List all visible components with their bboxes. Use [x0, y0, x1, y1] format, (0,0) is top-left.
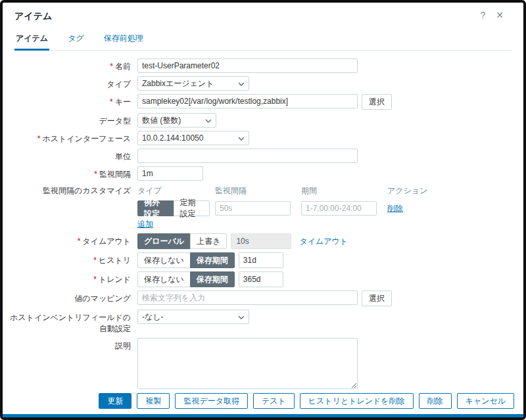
history-label: ヒストリ [99, 256, 131, 265]
history-toggle: 保存しない 保存期間 [137, 252, 235, 268]
row-trends: *トレンド 保存しない 保存期間 [9, 271, 517, 287]
description-label: 説明 [9, 338, 137, 352]
custom-intervals-label: 監視間隔のカスタマイズ [9, 184, 137, 197]
value-mapping-select-button[interactable]: 選択 [362, 291, 392, 306]
update-interval-label: 監視間隔 [99, 170, 131, 179]
inventory-link-select[interactable]: -なし- [137, 310, 249, 324]
row-inventory-link: ホストインベントリフィールドの自動設定 -なし- [9, 310, 517, 335]
row-description: 説明 [9, 338, 517, 389]
update-interval-input[interactable] [137, 166, 203, 181]
cint-header-type: タイプ [137, 184, 210, 198]
required-mark: * [94, 170, 97, 179]
dialog-footer: 更新 複製 監視データ取得 テスト ヒストリとトレンドを削除 削除 キャンセル [3, 389, 523, 414]
timeout-value-disabled: 10s [231, 233, 291, 249]
cancel-button[interactable]: キャンセル [457, 393, 514, 409]
execute-now-button[interactable]: 監視データ取得 [175, 393, 248, 409]
host-interface-select[interactable]: 10.0.2.144:10050 [137, 131, 249, 145]
cint-header-interval: 監視間隔 [215, 184, 296, 198]
value-mapping-label: 値のマッピング [9, 291, 137, 304]
cint-remove-link[interactable]: 削除 [387, 203, 427, 214]
close-icon[interactable]: ✕ [496, 11, 504, 20]
description-textarea[interactable] [137, 338, 358, 389]
row-value-mapping: 値のマッピング 選択 [9, 291, 517, 306]
row-type: タイプ Zabbixエージェント [9, 76, 517, 91]
data-type-select[interactable]: 数値 (整数) [137, 113, 216, 128]
name-input[interactable] [137, 58, 358, 73]
history-input[interactable] [239, 252, 283, 268]
row-timeout: *タイムアウト グローバル 上書き 10s タイムアウト [9, 233, 517, 249]
units-input[interactable] [137, 149, 358, 163]
cint-add-link[interactable]: 追加 [137, 219, 210, 230]
tab-bar: アイテム タグ 保存前処理 [14, 29, 512, 51]
value-mapping-input[interactable] [137, 291, 358, 305]
clear-history-trends-button[interactable]: ヒストリとトレンドを削除 [300, 393, 414, 409]
data-type-label: データ型 [9, 113, 137, 127]
inventory-link-label: ホストインベントリフィールドの自動設定 [9, 310, 137, 335]
custom-intervals-table: タイプ 監視間隔 期間 アクション 例外設定 定期設定 削除 追加 [137, 184, 427, 230]
row-units: 単位 [9, 149, 517, 163]
type-select-value: Zabbixエージェント [142, 78, 214, 89]
row-host-interface: *ホストインターフェース 10.0.2.144:10050 [9, 131, 517, 145]
key-label: キー [115, 97, 131, 106]
timeout-override[interactable]: 上書き [190, 233, 227, 249]
chevron-down-icon [238, 137, 245, 141]
dialog-header: アイテム ? ✕ [3, 3, 523, 22]
item-form: *名前 タイプ Zabbixエージェント *キー 選択 [3, 51, 523, 389]
timeout-toggle: グローバル 上書き [137, 233, 227, 249]
test-button[interactable]: テスト [253, 393, 295, 409]
cint-type-flexible[interactable]: 例外設定 [137, 200, 174, 216]
chevron-down-icon [238, 82, 245, 86]
help-icon[interactable]: ? [480, 11, 485, 20]
tab-preprocessing[interactable]: 保存前処理 [103, 29, 145, 50]
row-history: *ヒストリ 保存しない 保存期間 [9, 252, 517, 268]
key-select-button[interactable]: 選択 [362, 94, 392, 110]
row-data-type: データ型 数値 (整数) [9, 113, 517, 128]
cint-type-scheduling[interactable]: 定期設定 [174, 200, 210, 216]
cint-header-action: アクション [387, 184, 427, 198]
delete-button[interactable]: 削除 [419, 393, 452, 409]
cint-interval-input[interactable] [215, 201, 291, 216]
row-key: *キー 選択 [9, 94, 517, 110]
required-mark: * [110, 62, 113, 71]
required-mark: * [93, 256, 97, 265]
data-type-select-value: 数値 (整数) [142, 115, 181, 126]
trends-label: トレンド [99, 275, 131, 284]
trends-storage-period[interactable]: 保存期間 [190, 271, 235, 287]
tab-tags[interactable]: タグ [66, 29, 85, 50]
cint-type-toggle: 例外設定 定期設定 [137, 200, 210, 216]
inventory-link-select-value: -なし- [142, 312, 164, 323]
tab-item[interactable]: アイテム [14, 29, 49, 51]
row-update-interval: *監視間隔 [9, 166, 517, 181]
update-button[interactable]: 更新 [99, 393, 132, 409]
trends-no-storage[interactable]: 保存しない [137, 271, 191, 287]
cint-period-input[interactable] [301, 201, 377, 216]
required-mark: * [93, 275, 97, 284]
required-mark: * [37, 134, 41, 143]
type-select[interactable]: Zabbixエージェント [137, 76, 249, 91]
clone-button[interactable]: 複製 [137, 393, 170, 409]
type-label: タイプ [9, 76, 137, 90]
trends-toggle: 保存しない 保存期間 [137, 271, 235, 287]
dialog-title: アイテム [14, 11, 480, 22]
timeout-global[interactable]: グローバル [137, 233, 191, 249]
row-custom-intervals: 監視間隔のカスタマイズ タイプ 監視間隔 期間 アクション 例外設定 定期設定 … [9, 184, 517, 230]
row-name: *名前 [9, 58, 517, 73]
bottom-accent-bar [3, 414, 523, 417]
name-label: 名前 [115, 62, 131, 71]
key-input[interactable] [137, 94, 358, 108]
cint-header-period: 期間 [301, 184, 382, 198]
item-dialog: アイテム ? ✕ アイテム タグ 保存前処理 *名前 タイプ Zabbixエージ… [0, 0, 526, 420]
host-interface-select-value: 10.0.2.144:10050 [142, 133, 203, 143]
host-interface-label: ホストインターフェース [42, 134, 131, 143]
chevron-down-icon [205, 119, 212, 123]
timeout-link[interactable]: タイムアウト [299, 233, 348, 247]
units-label: 単位 [9, 149, 137, 162]
required-mark: * [78, 237, 81, 246]
timeout-label: タイムアウト [82, 237, 131, 246]
chevron-down-icon [238, 315, 245, 319]
history-no-storage[interactable]: 保存しない [137, 252, 191, 268]
required-mark: * [110, 97, 113, 106]
trends-input[interactable] [239, 271, 283, 287]
history-storage-period[interactable]: 保存期間 [190, 252, 235, 268]
